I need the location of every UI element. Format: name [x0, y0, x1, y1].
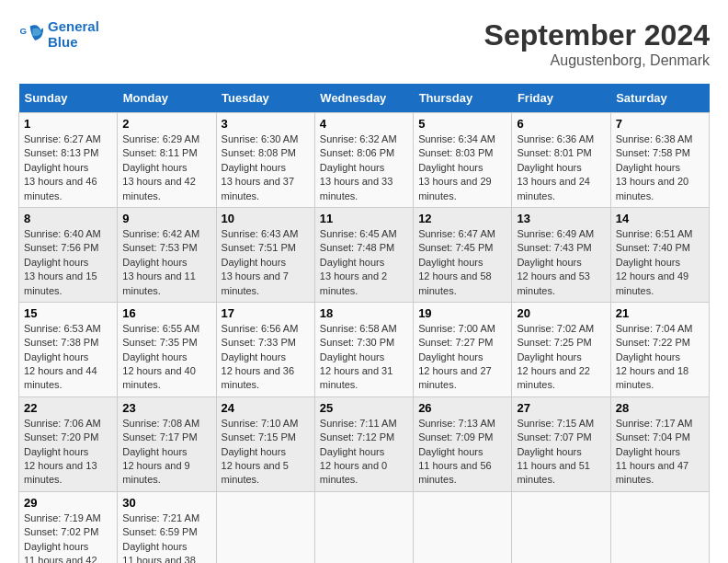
day-detail: Sunrise: 6:38 AM Sunset: 7:58 PM Dayligh… [616, 132, 704, 203]
calendar-cell: 7 Sunrise: 6:38 AM Sunset: 7:58 PM Dayli… [610, 113, 709, 208]
calendar-cell: 15 Sunrise: 6:53 AM Sunset: 7:38 PM Dayl… [19, 302, 118, 396]
day-number: 17 [222, 306, 310, 320]
calendar-cell: 30 Sunrise: 7:21 AM Sunset: 6:59 PM Dayl… [118, 491, 216, 563]
calendar-cell: 22 Sunrise: 7:06 AM Sunset: 7:20 PM Dayl… [19, 396, 118, 491]
day-detail: Sunrise: 7:13 AM Sunset: 7:09 PM Dayligh… [418, 417, 506, 488]
day-number: 18 [320, 306, 408, 320]
day-number: 3 [222, 117, 310, 131]
week-row-4: 22 Sunrise: 7:06 AM Sunset: 7:20 PM Dayl… [19, 396, 710, 491]
day-detail: Sunrise: 7:06 AM Sunset: 7:20 PM Dayligh… [24, 417, 112, 488]
day-detail: Sunrise: 6:47 AM Sunset: 7:45 PM Dayligh… [418, 227, 506, 298]
day-number: 16 [122, 306, 210, 320]
calendar-cell: 16 Sunrise: 6:55 AM Sunset: 7:35 PM Dayl… [118, 302, 216, 396]
calendar-cell: 26 Sunrise: 7:13 AM Sunset: 7:09 PM Dayl… [414, 396, 512, 491]
day-number: 7 [616, 117, 704, 131]
weekday-header-monday: Monday [118, 84, 216, 113]
calendar-cell [610, 491, 709, 563]
calendar-cell: 27 Sunrise: 7:15 AM Sunset: 7:07 PM Dayl… [512, 396, 610, 491]
day-detail: Sunrise: 6:30 AM Sunset: 8:08 PM Dayligh… [222, 132, 310, 203]
week-row-1: 1 Sunrise: 6:27 AM Sunset: 8:13 PM Dayli… [19, 113, 710, 208]
day-detail: Sunrise: 6:51 AM Sunset: 7:40 PM Dayligh… [616, 227, 704, 298]
calendar-cell: 6 Sunrise: 6:36 AM Sunset: 8:01 PM Dayli… [512, 113, 610, 208]
logo-text: General Blue [48, 18, 99, 50]
calendar-cell: 9 Sunrise: 6:42 AM Sunset: 7:53 PM Dayli… [118, 207, 216, 302]
calendar-cell [414, 491, 512, 563]
day-number: 13 [517, 212, 605, 225]
day-number: 23 [122, 401, 210, 415]
day-detail: Sunrise: 7:02 AM Sunset: 7:25 PM Dayligh… [517, 322, 605, 393]
calendar-cell: 4 Sunrise: 6:32 AM Sunset: 8:06 PM Dayli… [314, 113, 413, 208]
calendar-cell: 5 Sunrise: 6:34 AM Sunset: 8:03 PM Dayli… [414, 113, 512, 208]
day-number: 27 [517, 401, 605, 415]
day-detail: Sunrise: 6:36 AM Sunset: 8:01 PM Dayligh… [517, 132, 605, 203]
day-number: 1 [24, 117, 112, 131]
calendar-cell: 29 Sunrise: 7:19 AM Sunset: 7:02 PM Dayl… [19, 491, 118, 563]
day-detail: Sunrise: 7:11 AM Sunset: 7:12 PM Dayligh… [320, 417, 408, 488]
calendar-cell: 23 Sunrise: 7:08 AM Sunset: 7:17 PM Dayl… [118, 396, 216, 491]
day-detail: Sunrise: 6:56 AM Sunset: 7:33 PM Dayligh… [222, 322, 310, 393]
logo-icon: G [18, 21, 44, 47]
calendar-cell: 12 Sunrise: 6:47 AM Sunset: 7:45 PM Dayl… [414, 207, 512, 302]
calendar-cell: 1 Sunrise: 6:27 AM Sunset: 8:13 PM Dayli… [19, 113, 118, 208]
day-number: 9 [122, 212, 210, 225]
month-title: September 2024 [484, 18, 710, 52]
calendar-cell: 13 Sunrise: 6:49 AM Sunset: 7:43 PM Dayl… [512, 207, 610, 302]
day-number: 29 [24, 496, 112, 510]
day-detail: Sunrise: 7:00 AM Sunset: 7:27 PM Dayligh… [418, 322, 506, 393]
day-detail: Sunrise: 6:29 AM Sunset: 8:11 PM Dayligh… [122, 132, 210, 203]
day-detail: Sunrise: 7:08 AM Sunset: 7:17 PM Dayligh… [122, 417, 210, 488]
day-number: 12 [418, 212, 506, 225]
day-detail: Sunrise: 6:55 AM Sunset: 7:35 PM Dayligh… [122, 322, 210, 393]
calendar-cell: 2 Sunrise: 6:29 AM Sunset: 8:11 PM Dayli… [118, 113, 216, 208]
weekday-header-thursday: Thursday [414, 84, 512, 113]
calendar-cell: 17 Sunrise: 6:56 AM Sunset: 7:33 PM Dayl… [216, 302, 314, 396]
title-area: September 2024 Augustenborg, Denmark [484, 18, 710, 69]
day-number: 4 [320, 117, 408, 131]
day-number: 21 [616, 306, 704, 320]
day-detail: Sunrise: 7:04 AM Sunset: 7:22 PM Dayligh… [616, 322, 704, 393]
header: G General Blue September 2024 Augustenbo… [18, 18, 710, 69]
day-number: 8 [24, 212, 112, 225]
day-number: 10 [222, 212, 310, 225]
svg-text:G: G [19, 26, 27, 36]
weekday-header-wednesday: Wednesday [314, 84, 413, 113]
day-detail: Sunrise: 7:19 AM Sunset: 7:02 PM Dayligh… [24, 511, 112, 563]
calendar-cell [512, 491, 610, 563]
calendar-cell: 18 Sunrise: 6:58 AM Sunset: 7:30 PM Dayl… [314, 302, 413, 396]
day-number: 2 [122, 117, 210, 131]
calendar-cell: 11 Sunrise: 6:45 AM Sunset: 7:48 PM Dayl… [314, 207, 413, 302]
day-detail: Sunrise: 6:45 AM Sunset: 7:48 PM Dayligh… [320, 227, 408, 298]
calendar-cell [314, 491, 413, 563]
day-number: 14 [616, 212, 704, 225]
calendar-cell: 20 Sunrise: 7:02 AM Sunset: 7:25 PM Dayl… [512, 302, 610, 396]
day-number: 20 [517, 306, 605, 320]
calendar-cell: 10 Sunrise: 6:43 AM Sunset: 7:51 PM Dayl… [216, 207, 314, 302]
weekday-header-tuesday: Tuesday [216, 84, 314, 113]
day-number: 28 [616, 401, 704, 415]
day-detail: Sunrise: 6:34 AM Sunset: 8:03 PM Dayligh… [418, 132, 506, 203]
weekday-header-friday: Friday [512, 84, 610, 113]
day-detail: Sunrise: 7:10 AM Sunset: 7:15 PM Dayligh… [222, 417, 310, 488]
calendar-cell: 3 Sunrise: 6:30 AM Sunset: 8:08 PM Dayli… [216, 113, 314, 208]
week-row-5: 29 Sunrise: 7:19 AM Sunset: 7:02 PM Dayl… [19, 491, 710, 563]
calendar-cell: 28 Sunrise: 7:17 AM Sunset: 7:04 PM Dayl… [610, 396, 709, 491]
day-detail: Sunrise: 6:49 AM Sunset: 7:43 PM Dayligh… [517, 227, 605, 298]
day-detail: Sunrise: 7:17 AM Sunset: 7:04 PM Dayligh… [616, 417, 704, 488]
day-number: 22 [24, 401, 112, 415]
calendar-cell [216, 491, 314, 563]
week-row-3: 15 Sunrise: 6:53 AM Sunset: 7:38 PM Dayl… [19, 302, 710, 396]
day-number: 25 [320, 401, 408, 415]
day-number: 26 [418, 401, 506, 415]
day-number: 5 [418, 117, 506, 131]
calendar-cell: 21 Sunrise: 7:04 AM Sunset: 7:22 PM Dayl… [610, 302, 709, 396]
location-title: Augustenborg, Denmark [484, 52, 710, 69]
weekday-header-saturday: Saturday [610, 84, 709, 113]
day-number: 15 [24, 306, 112, 320]
weekday-header-sunday: Sunday [19, 84, 118, 113]
week-row-2: 8 Sunrise: 6:40 AM Sunset: 7:56 PM Dayli… [19, 207, 710, 302]
day-number: 19 [418, 306, 506, 320]
day-detail: Sunrise: 7:21 AM Sunset: 6:59 PM Dayligh… [122, 511, 210, 563]
calendar-cell: 25 Sunrise: 7:11 AM Sunset: 7:12 PM Dayl… [314, 396, 413, 491]
day-detail: Sunrise: 6:40 AM Sunset: 7:56 PM Dayligh… [24, 227, 112, 298]
day-detail: Sunrise: 6:32 AM Sunset: 8:06 PM Dayligh… [320, 132, 408, 203]
